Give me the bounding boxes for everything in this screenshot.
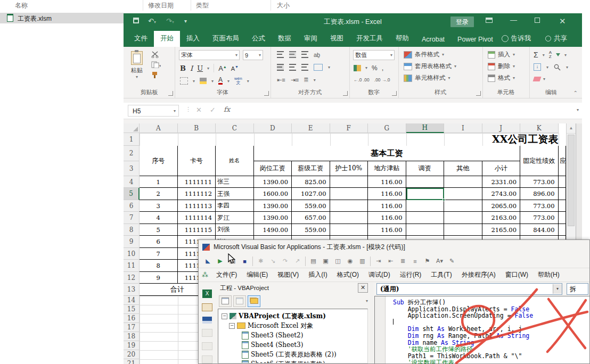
ribbon-tab-审阅[interactable]: 审阅: [298, 31, 324, 47]
font-name-combo[interactable]: 宋体▾: [179, 50, 240, 60]
tree-item-label[interactable]: Sheet3 (Sheet2): [251, 332, 303, 339]
vba-menu-格式(O)[interactable]: 格式(O): [332, 268, 364, 282]
reset-icon[interactable]: ■: [239, 255, 251, 267]
data-cell-r8-I[interactable]: [444, 224, 482, 236]
ribbon-tab-帮助[interactable]: 帮助: [389, 31, 415, 47]
percent-style-icon[interactable]: %: [372, 64, 378, 72]
decrease-decimal-icon[interactable]: .00 →.0: [374, 77, 390, 82]
project-toolbar-overflow-icon[interactable]: ▾: [366, 299, 368, 303]
fill-down-icon[interactable]: ↓: [534, 63, 541, 71]
formula-input[interactable]: [237, 104, 573, 118]
column-header-A[interactable]: A: [140, 123, 178, 133]
vba-menu-工具(T)[interactable]: 工具(T): [426, 268, 456, 282]
row-header-19[interactable]: 19: [124, 341, 140, 350]
confirm-entry-icon[interactable]: ✓: [210, 106, 216, 114]
hand-icon[interactable]: ✱: [255, 255, 267, 267]
object-browser-icon[interactable]: ◫: [332, 255, 344, 267]
column-header-B[interactable]: B: [178, 123, 216, 133]
merge-dropdown-icon[interactable]: ▾: [328, 65, 330, 70]
style-button-套用表格格式[interactable]: 套用表格格式▾: [404, 62, 456, 70]
excel-title-bar[interactable]: ↶▾ ↷▾ ▾ 工资表.xlsm - Excel 登录 — ✕: [124, 13, 582, 30]
data-cell-r5-E[interactable]: 1027.00: [292, 188, 330, 200]
data-cell-r7-A[interactable]: 4: [140, 212, 178, 224]
tree-item-label[interactable]: Microsoft Excel 对象: [248, 321, 313, 330]
share-label[interactable]: 共享: [554, 34, 567, 43]
font-dialog-launcher[interactable]: [264, 91, 269, 96]
vba-menu-帮助(H)[interactable]: 帮助(H): [533, 268, 564, 282]
data-cell-r5-C[interactable]: 王强: [216, 188, 254, 200]
list-properties-icon[interactable]: A▾: [433, 255, 446, 267]
dropdown-icon[interactable]: ▾: [448, 76, 450, 80]
column-header-D[interactable]: D: [254, 123, 292, 133]
selection-fill-handle[interactable]: [442, 198, 445, 201]
uncomment-block-icon[interactable]: ≡: [409, 255, 421, 267]
close-icon[interactable]: ✕: [559, 16, 566, 26]
styles-dialog-launcher[interactable]: [476, 91, 481, 96]
row-header-17[interactable]: 17: [124, 323, 140, 332]
scrollbar-thumb[interactable]: [568, 135, 575, 226]
code-window-icon[interactable]: ▤: [307, 255, 319, 267]
style-button-条件格式[interactable]: 条件格式▾: [404, 51, 456, 59]
align-middle-icon[interactable]: [289, 51, 296, 58]
ribbon-tab-数据[interactable]: 数据: [272, 31, 298, 47]
header-cell-fixedperf[interactable]: 固定性绩效: [520, 146, 559, 176]
paste-icon[interactable]: [202, 355, 212, 363]
row-header-8[interactable]: 8: [124, 224, 140, 236]
ribbon-tab-开发工具[interactable]: 开发工具: [350, 31, 389, 47]
row-header-3[interactable]: 3: [124, 161, 140, 176]
data-cell-r8-L[interactable]: [559, 224, 567, 236]
name-box[interactable]: H5▾: [128, 105, 179, 117]
column-header-C[interactable]: C: [216, 123, 254, 133]
data-cell-r9-A[interactable]: 6: [140, 236, 178, 248]
data-cell-r4-E[interactable]: 825.00: [292, 176, 330, 188]
dropdown-icon[interactable]: ▾: [454, 64, 456, 69]
data-cell-r7-I[interactable]: [444, 212, 482, 224]
data-cell-r4-I[interactable]: [444, 176, 482, 188]
data-cell-r5-J[interactable]: 2743.00: [482, 188, 521, 200]
row-header-6[interactable]: 6: [124, 200, 140, 212]
alignment-dialog-launcher[interactable]: [343, 91, 348, 96]
tellme-group[interactable]: 告诉我: [502, 34, 531, 47]
data-cell-r8-H[interactable]: [406, 224, 445, 236]
data-cell-r7-D[interactable]: 1390.00: [254, 212, 292, 224]
toolbox-icon[interactable]: [202, 303, 212, 311]
comma-style-icon[interactable]: ,: [382, 64, 384, 72]
data-cell-r6-A[interactable]: 3: [140, 200, 178, 212]
data-cell-r7-B[interactable]: 1111114: [178, 212, 216, 224]
row-header-18[interactable]: 18: [124, 332, 140, 341]
data-cell-r8-A[interactable]: 5: [140, 224, 178, 236]
header-cell-name[interactable]: 姓名: [216, 146, 254, 176]
tree-sheet-0[interactable]: Sheet3 (Sheet2): [220, 330, 367, 340]
ribbon-tab-Power Pivot[interactable]: Power Pivot: [451, 32, 499, 47]
data-cell-r6-L[interactable]: [559, 200, 567, 212]
font-color-icon[interactable]: A: [218, 77, 223, 85]
row-header-21[interactable]: 21: [124, 359, 140, 364]
data-cell-r4-G[interactable]: 116.00: [368, 176, 406, 188]
explorer-col-modified[interactable]: 修改日期: [148, 1, 174, 10]
row-header-9[interactable]: 9: [124, 236, 140, 248]
row-header-16[interactable]: 16: [124, 314, 140, 323]
align-top-icon[interactable]: [277, 51, 284, 58]
data-cell-r8-D[interactable]: 1490.00: [254, 224, 292, 236]
select-all-corner[interactable]: [124, 123, 140, 133]
tree-item-label[interactable]: VBAProject (工资表.xlsm): [239, 312, 326, 321]
data-cell-r6-I[interactable]: [444, 200, 482, 212]
data-cell-r4-A[interactable]: 1: [140, 176, 178, 188]
selected-cell-H5[interactable]: [406, 188, 445, 200]
vba-menu-插入(I)[interactable]: 插入(I): [304, 268, 332, 282]
style-button-单元格样式[interactable]: 单元格样式▾: [404, 74, 456, 82]
data-cell-r7-G[interactable]: 116.00: [368, 212, 406, 224]
align-left-icon[interactable]: [277, 64, 284, 71]
object-combo-dropdown-icon[interactable]: ▾: [553, 284, 562, 294]
borders-icon[interactable]: [180, 77, 188, 85]
font-size-combo[interactable]: 9▾: [243, 50, 263, 60]
data-cell-r7-L[interactable]: [559, 212, 567, 224]
font-color-dropdown-icon[interactable]: ▾: [227, 79, 230, 84]
orientation-icon[interactable]: ab̮: [314, 52, 320, 58]
vba-menu-外接程序(A)[interactable]: 外接程序(A): [457, 268, 501, 282]
data-cell-r7-H[interactable]: [406, 212, 445, 224]
row-header-2[interactable]: 2: [124, 146, 140, 161]
sign-in-button[interactable]: 登录: [450, 16, 474, 27]
data-cell-r4-J[interactable]: 2331.00: [482, 176, 521, 188]
dropdown-icon[interactable]: ▾: [513, 76, 515, 80]
